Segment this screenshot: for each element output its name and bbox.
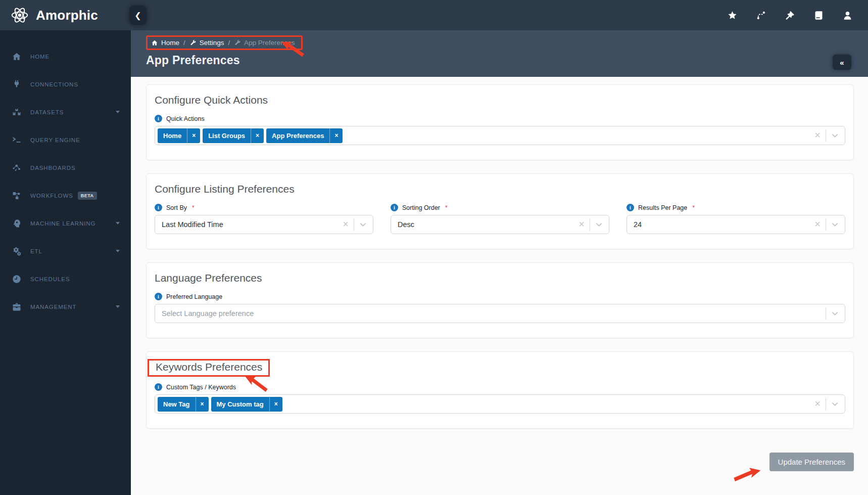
double-chevron-left-icon: « (840, 58, 844, 67)
network-nodes-icon (11, 163, 22, 173)
keywords-annotation-box: Keywords Preferences (148, 359, 270, 377)
clear-icon[interactable]: × (343, 219, 349, 230)
panel-collapse-button[interactable]: « (833, 55, 851, 70)
page-title: App Preferences (146, 54, 856, 67)
required-marker: * (192, 204, 195, 211)
user-profile-icon[interactable] (842, 10, 853, 21)
results-per-page-field: i Results Per Page * 24 × (626, 195, 845, 234)
sidebar-item-etl[interactable]: ETL (0, 237, 131, 265)
custom-tags-multiselect[interactable]: New Tag × My Custom tag × × (155, 394, 845, 414)
breadcrumb-annotation-box: Home / Settings / App Preferences (146, 35, 303, 50)
results-per-page-select[interactable]: 24 × (626, 215, 845, 234)
tag-remove-icon[interactable]: × (329, 128, 343, 143)
sidebar-item-home[interactable]: HOME (0, 42, 131, 70)
sidebar-item-schedules[interactable]: SCHEDULES (0, 265, 131, 293)
keywords-preferences-card: Keywords Preferences i Custom Tags / Key… (146, 351, 854, 429)
tools-icon (234, 39, 241, 47)
clear-icon[interactable]: × (814, 398, 821, 410)
chevron-down-icon[interactable] (595, 221, 603, 229)
quick-actions-heading: Configure Quick Actions (155, 94, 845, 106)
select-controls: × (814, 129, 839, 142)
main-content: Configure Quick Actions i Quick Actions … (131, 77, 868, 495)
listing-preferences-heading: Configure Listing Preferences (155, 183, 845, 195)
breadcrumb-app-preferences: App Preferences (234, 39, 295, 47)
tag-new-tag: New Tag × (158, 397, 209, 412)
tag-remove-icon[interactable]: × (187, 128, 200, 143)
chevron-down-icon[interactable] (831, 221, 839, 229)
tag-remove-icon[interactable]: × (251, 128, 264, 143)
chevron-down-icon[interactable] (831, 400, 839, 408)
tag-my-custom-tag: My Custom tag × (211, 397, 282, 412)
sidebar-nav: HOME CONNECTIONS DATASETS QUERY ENGINE D… (0, 30, 131, 495)
sidebar-item-workflows[interactable]: WORKFLOWS BETA (0, 182, 131, 209)
preferred-language-select[interactable]: Select Language preference (155, 304, 845, 323)
gavel-icon[interactable] (785, 10, 795, 21)
select-divider (826, 307, 826, 320)
favorites-star-icon[interactable] (727, 10, 738, 21)
info-icon[interactable]: i (155, 383, 162, 391)
chevron-down-icon[interactable] (831, 310, 839, 318)
select-divider (826, 129, 826, 142)
sidebar-collapse-button[interactable]: ❮ (129, 6, 147, 25)
preferred-language-label-row: i Preferred Language (155, 293, 845, 300)
info-icon[interactable]: i (155, 204, 162, 211)
brand-logo[interactable]: Amorphic (0, 6, 131, 25)
select-divider (826, 218, 826, 231)
brand-name: Amorphic (36, 8, 98, 23)
breadcrumb-home[interactable]: Home (151, 39, 179, 47)
language-preferences-heading: Language Preferences (155, 272, 845, 284)
brain-head-icon (11, 218, 22, 229)
tools-icon (189, 39, 197, 47)
sort-by-field: i Sort By * Last Modified Time × (155, 195, 373, 234)
keywords-preferences-heading: Keywords Preferences (156, 361, 262, 373)
documentation-book-icon[interactable] (813, 10, 824, 21)
quick-actions-multiselect[interactable]: Home × List Groups × App Preferences × × (155, 126, 845, 145)
sitemap-icon (11, 191, 22, 201)
page-header: Home / Settings / App Preferences App Pr… (131, 30, 868, 77)
tag-list-groups: List Groups × (203, 128, 264, 143)
breadcrumb-separator: / (183, 39, 185, 47)
tag-remove-icon[interactable]: × (269, 397, 282, 412)
breadcrumb-settings[interactable]: Settings (189, 39, 224, 47)
select-controls (821, 307, 839, 320)
results-per-page-label-row: i Results Per Page * (626, 204, 845, 211)
select-divider (826, 398, 826, 411)
sidebar-item-dashboards[interactable]: DASHBOARDS (0, 154, 131, 182)
home-icon (151, 39, 158, 47)
info-icon[interactable]: i (155, 115, 162, 122)
sort-by-select[interactable]: Last Modified Time × (155, 215, 373, 234)
home-icon (11, 52, 22, 62)
clear-icon[interactable]: × (578, 219, 585, 230)
listing-preferences-card: Configure Listing Preferences i Sort By … (146, 173, 854, 249)
sidebar-item-datasets[interactable]: DATASETS (0, 98, 131, 126)
info-icon[interactable]: i (391, 204, 398, 211)
route-map-icon[interactable] (756, 10, 766, 21)
top-navbar: Amorphic ❮ (0, 0, 868, 30)
tag-remove-icon[interactable]: × (196, 397, 209, 412)
chevron-down-icon (116, 222, 120, 224)
required-marker: * (445, 204, 448, 211)
breadcrumb-separator: / (228, 39, 230, 47)
sidebar-item-query-engine[interactable]: QUERY ENGINE (0, 126, 131, 154)
plug-icon (11, 79, 22, 89)
update-preferences-button[interactable]: Update Preferences (769, 453, 854, 471)
chevron-down-icon[interactable] (359, 221, 367, 229)
gears-icon (11, 246, 22, 256)
quick-actions-tags: Home × List Groups × App Preferences × (158, 128, 343, 143)
select-controls: × (814, 398, 839, 411)
language-preferences-card: Language Preferences i Preferred Languag… (146, 262, 854, 338)
sidebar-item-connections[interactable]: CONNECTIONS (0, 70, 131, 98)
sidebar-item-machine-learning[interactable]: MACHINE LEARNING (0, 209, 131, 237)
sorting-order-select[interactable]: Desc × (391, 215, 609, 234)
info-icon[interactable]: i (626, 204, 634, 211)
language-placeholder: Select Language preference (158, 309, 254, 318)
info-icon[interactable]: i (155, 293, 162, 300)
sidebar-item-management[interactable]: MANAGEMENT (0, 293, 131, 321)
clear-icon[interactable]: × (814, 219, 821, 230)
clock-icon (11, 274, 22, 284)
sorting-order-field: i Sorting Order * Desc × (391, 195, 609, 234)
chevron-down-icon[interactable] (831, 132, 839, 140)
clear-icon[interactable]: × (814, 130, 821, 141)
terminal-icon (11, 135, 22, 145)
chevron-down-icon (116, 111, 120, 113)
